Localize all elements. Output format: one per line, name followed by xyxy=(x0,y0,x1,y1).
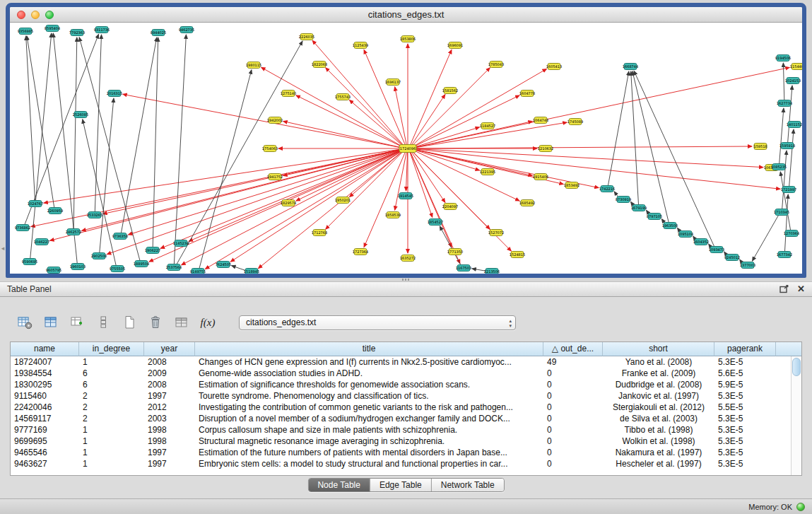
graph-node[interactable]: 1668744 xyxy=(623,64,638,70)
graph-node[interactable]: 1093473 xyxy=(709,247,724,253)
graph-node[interactable]: 2462572 xyxy=(66,229,81,235)
graph-edge[interactable] xyxy=(789,129,794,186)
graph-edge[interactable] xyxy=(413,127,480,148)
network-window-titlebar[interactable]: citations_edges.txt xyxy=(10,7,802,23)
graph-node[interactable]: 1524815 xyxy=(510,252,525,258)
graph-edge[interactable] xyxy=(296,150,403,201)
table-row[interactable]: 946554611997Estimation of the future num… xyxy=(11,447,801,458)
close-panel-icon[interactable]: ✕ xyxy=(797,285,805,293)
graph-node[interactable]: 7624505 xyxy=(216,262,231,268)
graph-node[interactable]: 1829574 xyxy=(281,200,296,206)
graph-node[interactable]: 1401152 xyxy=(787,122,802,128)
graph-node[interactable]: 2537564 xyxy=(166,264,182,271)
graph-edge[interactable] xyxy=(634,71,714,246)
graph-edge[interactable] xyxy=(440,226,461,265)
graph-node[interactable]: 1745089 xyxy=(567,119,583,125)
graph-node[interactable]: 1604778 xyxy=(519,90,535,97)
table-row[interactable]: 1872400712008Changes of HCN gene express… xyxy=(11,356,801,368)
import-table-icon[interactable] xyxy=(68,314,86,331)
graph-node[interactable]: 1710345 xyxy=(774,209,789,216)
graph-edge[interactable] xyxy=(103,149,403,214)
graph-node[interactable]: 1963508 xyxy=(662,223,678,229)
graph-node[interactable]: 1627734 xyxy=(777,100,792,107)
graph-edge[interactable] xyxy=(395,87,407,145)
graph-edge[interactable] xyxy=(410,152,433,218)
graph-node[interactable]: 1696137 xyxy=(385,79,401,86)
graph-node[interactable]: 1950201 xyxy=(335,197,351,204)
graph-node[interactable]: 1755743 xyxy=(335,94,351,100)
graph-edge[interactable] xyxy=(296,95,403,147)
graph-edge[interactable] xyxy=(79,37,140,261)
graph-node[interactable]: 1822068 xyxy=(312,62,327,68)
graph-node[interactable]: 9194506 xyxy=(775,55,791,62)
graph-node[interactable]: 1046227 xyxy=(34,239,49,245)
graph-node[interactable]: 8944025 xyxy=(151,30,166,36)
graph-node[interactable]: 1853492 xyxy=(564,182,579,189)
graph-node[interactable]: 9736358 xyxy=(112,233,128,240)
graph-node[interactable]: 2902508 xyxy=(91,253,107,259)
graph-node[interactable]: 1604352 xyxy=(693,239,709,245)
graph-edge[interactable] xyxy=(413,146,752,148)
close-window-button[interactable] xyxy=(17,11,25,19)
graph-node[interactable]: 1853806 xyxy=(400,36,416,42)
create-column-icon[interactable] xyxy=(42,314,60,331)
graph-edge[interactable] xyxy=(412,68,490,146)
table-row[interactable]: 977716911998Corpus callosum shape and si… xyxy=(11,424,801,436)
column-header-pagerank[interactable]: pagerank xyxy=(714,342,776,356)
graph-edge[interactable] xyxy=(312,40,404,146)
graph-node[interactable]: 1785043 xyxy=(488,62,504,68)
graph-edge[interactable] xyxy=(413,148,763,167)
graph-edge[interactable] xyxy=(100,98,114,252)
graph-node[interactable]: 2533265 xyxy=(87,212,102,218)
graph-edge[interactable] xyxy=(258,151,403,269)
graph-node[interactable]: 9462735 xyxy=(179,27,194,33)
graph-edge[interactable] xyxy=(205,151,403,269)
graph-node[interactable]: 1696091 xyxy=(447,42,463,49)
table-row[interactable]: 946362711997Embryonic stem cells: a mode… xyxy=(11,458,801,469)
graph-node[interactable]: 1095104 xyxy=(678,231,693,238)
graph-node[interactable]: 1679199 xyxy=(631,205,647,211)
column-header-in_degree[interactable]: in_degree xyxy=(79,342,144,356)
graph-edge[interactable] xyxy=(283,122,403,148)
new-file-icon[interactable] xyxy=(120,314,139,331)
graph-node[interactable]: 1960103 xyxy=(70,264,86,270)
graph-node[interactable]: 1906227 xyxy=(145,247,160,254)
graph-node[interactable]: 1915406 xyxy=(533,174,548,180)
graph-node[interactable]: 1605413 xyxy=(546,64,562,70)
graph-node[interactable]: 1221395 xyxy=(480,169,495,175)
graph-edge[interactable] xyxy=(153,37,158,247)
graph-node[interactable]: 8595404 xyxy=(45,25,60,32)
graph-node[interactable]: 159518 xyxy=(753,144,767,150)
float-panel-icon[interactable] xyxy=(779,285,789,293)
graph-node[interactable]: 1721997 xyxy=(781,187,796,193)
graph-node[interactable]: 1085235 xyxy=(771,164,787,170)
column-header-short[interactable]: short xyxy=(603,342,714,356)
graph-node[interactable]: 1595918 xyxy=(779,143,795,149)
graph-edge[interactable] xyxy=(25,35,99,225)
graph-node[interactable]: 8730919 xyxy=(616,197,631,203)
graph-edge[interactable] xyxy=(129,150,403,235)
graph-node[interactable]: 9311736 xyxy=(94,27,110,33)
graph-node[interactable]: 1635272 xyxy=(400,255,416,262)
table-scrollbar[interactable] xyxy=(791,356,801,475)
graph-node[interactable]: 1064748 xyxy=(533,117,548,124)
delete-trash-icon[interactable] xyxy=(146,314,165,331)
graph-edge[interactable] xyxy=(199,70,252,268)
column-header-name[interactable]: name xyxy=(11,342,79,356)
graph-edge[interactable] xyxy=(413,69,547,146)
column-header-out_degree[interactable]: △ out_de... xyxy=(543,342,603,356)
graph-node[interactable]: 1942002 xyxy=(267,117,283,124)
function-builder-icon[interactable]: f(x) xyxy=(199,314,217,331)
graph-edge[interactable] xyxy=(753,215,779,261)
graph-node[interactable]: 9356985 xyxy=(18,28,33,35)
graph-node[interactable]: 2526085 xyxy=(73,112,88,118)
graph-node[interactable]: 1024767 xyxy=(28,201,43,207)
graph-edge[interactable] xyxy=(779,108,784,163)
graph-node[interactable]: 8797105 xyxy=(647,214,662,220)
graph-node[interactable]: 1024153 xyxy=(785,78,801,84)
graph-edge[interactable] xyxy=(160,150,402,249)
graph-edge[interactable] xyxy=(73,37,77,228)
graph-node[interactable]: 1712768 xyxy=(312,230,327,236)
table-row[interactable]: 969969511998Structural magnetic resonanc… xyxy=(11,436,801,447)
network-canvas-svg[interactable]: 1724096185380616960911785043160477810647… xyxy=(10,23,802,274)
